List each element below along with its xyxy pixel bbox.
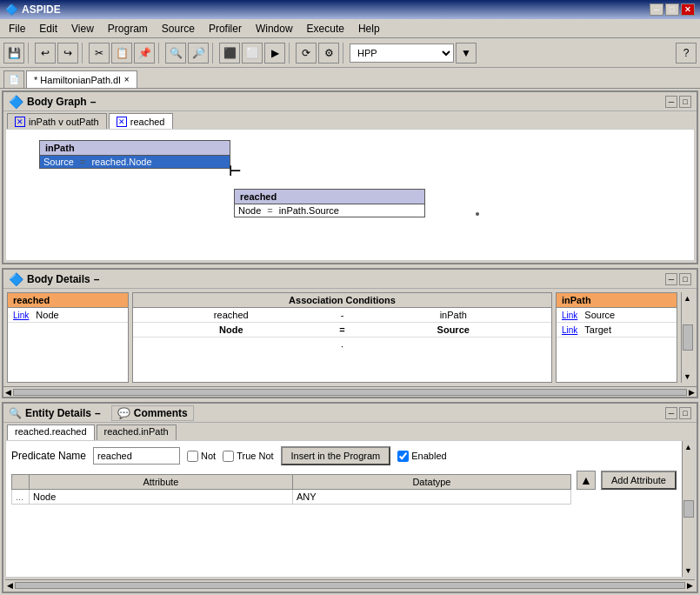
zoom-out-button[interactable]: 🔎 — [188, 43, 209, 64]
form-row-predicate: Predicate Name Not True Not Insert in th… — [11, 446, 677, 465]
menu-program[interactable]: Program — [101, 21, 155, 37]
hscroll-right-btn[interactable]: ▶ — [689, 388, 695, 397]
menu-source[interactable]: Source — [155, 21, 202, 37]
doc-tab-label: * HamiltonianPath.dl — [34, 75, 121, 85]
hscroll-thumb[interactable] — [13, 389, 687, 396]
node-inpath-row[interactable]: Source = reached.Node — [40, 156, 230, 168]
node-reached[interactable]: reached Node = inPath.Source — [234, 189, 425, 217]
profile-combo[interactable]: HPP — [350, 43, 454, 63]
tab-inpath-icon: ✕ — [15, 117, 25, 127]
body-graph-panel: 🔷 Body Graph – ─ □ ✕ inPath v outPath ✕ … — [2, 90, 698, 264]
menu-file[interactable]: File — [2, 21, 32, 37]
body-graph-dash: – — [90, 96, 97, 108]
menu-execute[interactable]: Execute — [300, 21, 351, 37]
enabled-checkbox[interactable] — [397, 451, 409, 462]
maximize-button[interactable]: □ — [665, 3, 679, 16]
tab-reached-inpath[interactable]: reached.inPath — [97, 425, 177, 440]
inpath-target-link[interactable]: Link — [558, 325, 581, 335]
attr-col-attribute: Attribute — [30, 475, 293, 490]
help-icon-button[interactable]: ? — [676, 43, 697, 64]
true-not-checkbox[interactable] — [223, 451, 234, 462]
hscroll-left-btn[interactable]: ◀ — [5, 388, 11, 397]
tool5-button[interactable]: ⚙ — [318, 43, 339, 64]
paste-button[interactable]: 📌 — [134, 43, 155, 64]
menu-profiler[interactable]: Profiler — [202, 21, 249, 37]
vscroll-down-btn[interactable]: ▼ — [683, 372, 691, 381]
vscroll-thumb[interactable] — [683, 324, 693, 351]
entity-hscroll-left[interactable]: ◀ — [7, 581, 13, 590]
entity-vscroll[interactable]: ▲ ▼ — [682, 441, 694, 577]
entity-hscroll[interactable]: ◀ ▶ — [5, 579, 695, 590]
inpath-source-row[interactable]: Link Source — [557, 308, 677, 323]
copy-button[interactable]: 📋 — [111, 43, 132, 64]
body-details-content: reached Link Node Association Conditions… — [3, 289, 697, 386]
body-details-icon: 🔷 — [9, 272, 23, 286]
save-button[interactable]: 💾 — [3, 43, 24, 64]
entity-details-minimize-btn[interactable]: ─ — [665, 407, 677, 419]
add-attribute-button[interactable]: Add Attribute — [601, 471, 677, 490]
table-row[interactable]: ... Node ANY — [12, 490, 571, 505]
reached-entity-row[interactable]: Link Node — [8, 308, 128, 323]
entity-details-header: 🔍 Entity Details – 💬 Comments ─ □ — [3, 404, 697, 423]
undo-button[interactable]: ↩ — [35, 43, 56, 64]
inpath-source-link[interactable]: Link — [558, 311, 581, 320]
assoc-dot: · — [133, 338, 551, 355]
node-inpath-op: = — [77, 157, 89, 167]
menu-window[interactable]: Window — [249, 21, 300, 37]
tab-reached[interactable]: ✕ reached — [109, 113, 173, 129]
entity-vscroll-up[interactable]: ▲ — [684, 443, 692, 451]
combo-dropdown-button[interactable]: ▼ — [456, 43, 477, 64]
assoc-row-2: Node = Source — [133, 323, 551, 338]
zoom-in-button[interactable]: 🔍 — [165, 43, 186, 64]
reached-link[interactable]: Link — [10, 311, 32, 320]
menu-edit[interactable]: Edit — [32, 21, 64, 37]
title-bar: 🔷 ASPIDE ─ □ ✕ — [0, 0, 700, 19]
menu-help[interactable]: Help — [351, 21, 387, 37]
reached-node-cell: Node — [32, 309, 62, 321]
tab-reached-reached[interactable]: reached.reached — [7, 425, 95, 440]
body-details-maximize-btn[interactable]: □ — [679, 273, 691, 285]
node-inpath[interactable]: inPath Source = reached.Node — [39, 140, 230, 169]
node-reached-row[interactable]: Node = inPath.Source — [235, 204, 424, 217]
menu-view[interactable]: View — [64, 21, 101, 37]
tool4-button[interactable]: ⟳ — [296, 43, 317, 64]
toolbar-sep-2 — [82, 43, 85, 64]
not-checkbox[interactable] — [187, 451, 198, 462]
predicate-name-input[interactable] — [93, 447, 180, 465]
close-button[interactable]: ✕ — [681, 3, 695, 16]
doc-tab-hamiltonianpath[interactable]: * HamiltonianPath.dl × — [26, 70, 137, 88]
tab-inpath-label: inPath v outPath — [29, 117, 99, 127]
body-details-hscroll[interactable]: ◀ ▶ — [3, 386, 697, 397]
entity-details-maximize-btn[interactable]: □ — [679, 407, 691, 419]
body-details-vscroll[interactable]: ▲ ▼ — [681, 292, 693, 383]
enabled-label: Enabled — [411, 451, 446, 461]
body-details-controls: ─ □ — [665, 273, 691, 285]
comments-tab-strip[interactable]: 💬 Comments — [111, 405, 194, 421]
menu-bar: File Edit View Program Source Profiler W… — [0, 19, 700, 38]
comments-label: Comments — [134, 407, 188, 419]
tool3-button[interactable]: ▶ — [264, 43, 285, 64]
node-reached-op: = — [264, 205, 276, 216]
tab-inpath-outpath[interactable]: ✕ inPath v outPath — [7, 113, 107, 129]
cut-button[interactable]: ✂ — [89, 43, 110, 64]
assoc-right-2: Source — [356, 324, 552, 336]
redo-button[interactable]: ↪ — [57, 43, 78, 64]
entity-vscroll-thumb[interactable] — [683, 500, 694, 518]
body-graph-maximize-btn[interactable]: □ — [679, 96, 691, 108]
body-details-minimize-btn[interactable]: ─ — [665, 273, 677, 285]
doc-tab-close-icon[interactable]: × — [124, 75, 130, 84]
minimize-button[interactable]: ─ — [650, 3, 663, 16]
body-graph-minimize-btn[interactable]: ─ — [665, 96, 677, 108]
graph-tab-bar: ✕ inPath v outPath ✕ reached — [3, 111, 697, 129]
tool2-button[interactable]: ⬜ — [242, 43, 263, 64]
entity-hscroll-thumb[interactable] — [15, 582, 685, 589]
entity-hscroll-right[interactable]: ▶ — [687, 581, 693, 590]
entity-vscroll-down[interactable]: ▼ — [684, 566, 692, 575]
toolbar-sep-6 — [343, 43, 346, 64]
move-up-button[interactable]: ▲ — [577, 471, 596, 490]
reached-entity-table: reached Link Node — [7, 292, 129, 383]
inpath-target-row[interactable]: Link Target — [557, 323, 677, 338]
vscroll-up-btn[interactable]: ▲ — [683, 294, 691, 303]
insert-program-button[interactable]: Insert in the Program — [281, 446, 391, 465]
tool1-button[interactable]: ⬛ — [219, 43, 240, 64]
